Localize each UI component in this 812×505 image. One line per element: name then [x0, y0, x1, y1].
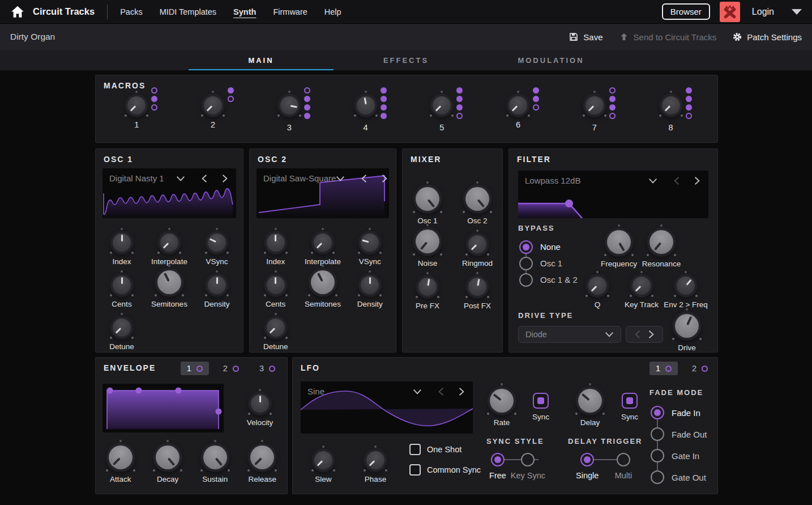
nav-item[interactable]: Packs — [120, 7, 143, 16]
send-to-circuit-button[interactable]: Send to Circuit Tracks — [619, 32, 717, 42]
knob-dial[interactable] — [417, 276, 438, 298]
nav-item[interactable]: Synth — [233, 7, 256, 16]
knob-dial[interactable] — [111, 317, 133, 338]
envelope-tab[interactable]: 1 — [181, 362, 209, 375]
chevron-right-icon[interactable] — [647, 330, 656, 339]
knob-dial[interactable] — [154, 444, 181, 471]
page-tab[interactable]: MAIN — [189, 50, 334, 70]
nav-item[interactable]: MIDI Templates — [160, 7, 216, 16]
knob-dial[interactable] — [467, 234, 488, 255]
osc2-wave-select[interactable]: Digital Saw-Square — [257, 168, 389, 188]
knob-dial[interactable] — [467, 276, 488, 298]
chevron-left-icon[interactable] — [672, 176, 681, 185]
radio-button[interactable] — [519, 240, 533, 254]
chevron-down-icon[interactable] — [605, 330, 614, 339]
sync-toggle-button[interactable] — [533, 393, 549, 409]
login-button[interactable]: Login — [752, 7, 774, 17]
lfo-tab[interactable]: 2 — [686, 362, 714, 375]
knob-dial[interactable] — [675, 275, 696, 296]
knob-dial[interactable] — [576, 387, 604, 414]
knob-dial[interactable] — [107, 444, 134, 471]
knob-dial[interactable] — [265, 232, 287, 253]
login-caret-icon[interactable] — [792, 9, 802, 15]
radio-button[interactable] — [580, 453, 594, 466]
knob-dial[interactable] — [587, 275, 608, 296]
chevron-left-icon[interactable] — [437, 387, 446, 396]
knob-dial[interactable] — [648, 228, 675, 256]
checkbox[interactable] — [409, 464, 421, 476]
knob-dial[interactable] — [202, 444, 229, 471]
save-button[interactable]: Save — [569, 32, 602, 42]
knob-dial[interactable] — [359, 274, 381, 296]
knob-dial[interactable] — [414, 185, 441, 213]
macro-knob-dial[interactable] — [660, 95, 682, 116]
lfo-wave-select[interactable]: Sine — [301, 381, 473, 401]
chevron-right-icon[interactable] — [693, 176, 702, 185]
knob-dial[interactable] — [313, 449, 334, 471]
chevron-left-icon[interactable] — [200, 174, 209, 183]
chevron-left-icon[interactable] — [633, 330, 642, 339]
knob-dial[interactable] — [249, 444, 276, 471]
knob-dial[interactable] — [631, 275, 652, 296]
radio-button[interactable] — [651, 470, 664, 484]
knob-dial[interactable] — [159, 232, 180, 253]
sync-toggle-button[interactable] — [622, 393, 638, 409]
macro-knob-dial[interactable] — [431, 95, 452, 116]
nav-item[interactable]: Help — [324, 7, 341, 16]
drive-type-select[interactable]: Diode — [518, 326, 621, 343]
knob-dial[interactable] — [365, 449, 386, 471]
radio-button[interactable] — [617, 453, 630, 466]
chevron-left-icon[interactable] — [360, 174, 369, 183]
chevron-down-icon[interactable] — [176, 174, 185, 183]
chevron-down-icon[interactable] — [413, 387, 422, 396]
browser-button[interactable]: Browser — [662, 3, 710, 20]
page-tab[interactable]: EFFECTS — [334, 50, 478, 70]
knob-dial[interactable] — [488, 387, 515, 414]
radio-button[interactable] — [521, 453, 535, 466]
macro-knob-dial[interactable] — [507, 95, 529, 116]
knob-dial[interactable] — [156, 269, 183, 296]
knob-dial[interactable] — [464, 185, 491, 213]
patch-settings-button[interactable]: Patch Settings — [732, 32, 802, 42]
radio-button[interactable] — [651, 406, 664, 419]
home-icon[interactable] — [10, 5, 25, 19]
knob-dial[interactable] — [265, 317, 287, 338]
knob-dial[interactable] — [265, 274, 287, 296]
envelope-tab[interactable]: 2 — [217, 362, 245, 375]
chevron-down-icon[interactable] — [336, 174, 345, 183]
page-tab[interactable]: MODULATION — [478, 50, 623, 70]
knob-dial[interactable] — [206, 232, 228, 253]
knob-dial[interactable] — [414, 228, 441, 255]
osc1-wave-select[interactable]: Digital Nasty 1 — [102, 168, 236, 188]
knob-dial[interactable] — [111, 274, 133, 296]
knob-dial[interactable] — [673, 312, 700, 340]
knob-dial[interactable] — [111, 232, 133, 253]
checkbox[interactable] — [409, 444, 421, 455]
radio-button[interactable] — [519, 273, 533, 287]
radio-button[interactable] — [491, 453, 505, 466]
knob-cell: Cents — [252, 274, 299, 308]
nav-item[interactable]: Firmware — [273, 7, 307, 16]
knob-dial[interactable] — [309, 269, 336, 296]
macro-knob-dial[interactable] — [202, 95, 224, 116]
radio-button[interactable] — [651, 427, 664, 441]
knob-dial[interactable] — [359, 232, 381, 253]
envelope-shape[interactable] — [102, 384, 224, 432]
radio-button[interactable] — [519, 257, 533, 270]
macro-knob-dial[interactable] — [279, 95, 300, 116]
knob-dial[interactable] — [605, 228, 632, 256]
macro-knob-dial[interactable] — [584, 95, 605, 116]
chevron-down-icon[interactable] — [648, 176, 657, 185]
filter-type-select[interactable]: Lowpass 12dB — [518, 171, 708, 190]
knob-dial[interactable] — [249, 393, 271, 414]
macro-knob-dial[interactable] — [355, 95, 377, 116]
chevron-right-icon[interactable] — [380, 174, 389, 183]
chevron-right-icon[interactable] — [457, 387, 466, 396]
lfo-tab[interactable]: 1 — [649, 362, 678, 375]
macro-knob-dial[interactable] — [126, 95, 147, 116]
chevron-right-icon[interactable] — [220, 174, 229, 183]
knob-dial[interactable] — [312, 232, 334, 253]
radio-button[interactable] — [651, 449, 664, 462]
envelope-tab[interactable]: 3 — [253, 362, 281, 375]
knob-dial[interactable] — [206, 274, 228, 296]
